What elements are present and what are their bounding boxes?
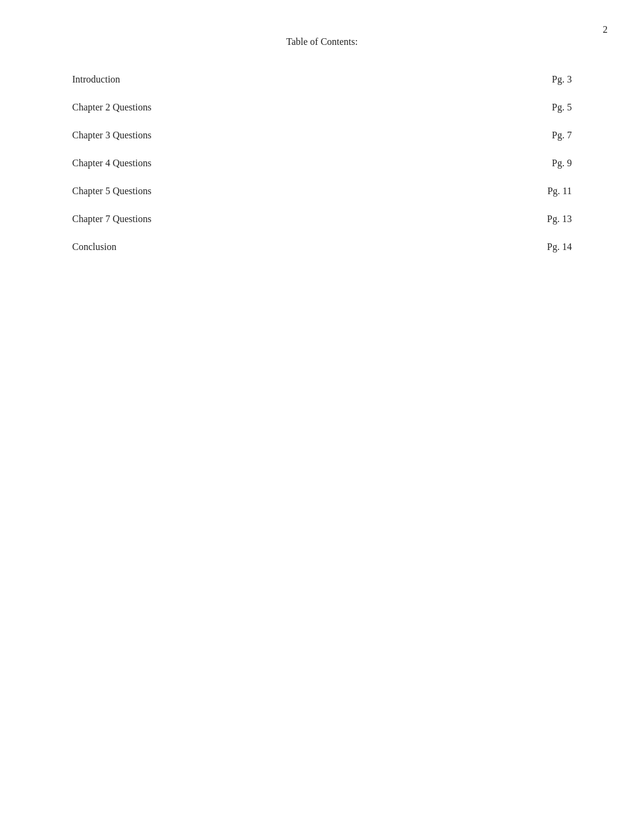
toc-table: IntroductionPg. 3Chapter 2 QuestionsPg. …: [72, 66, 572, 261]
toc-title: Table of Contents:: [72, 36, 572, 47]
toc-entry-page: Pg. 13: [453, 205, 572, 233]
toc-entry-label: Chapter 5 Questions: [72, 177, 453, 205]
toc-entry-label: Chapter 7 Questions: [72, 205, 453, 233]
document-page: 2 Table of Contents: IntroductionPg. 3Ch…: [0, 0, 644, 835]
toc-entry-label: Chapter 3 Questions: [72, 121, 453, 149]
toc-entry-page: Pg. 5: [453, 93, 572, 121]
toc-row: IntroductionPg. 3: [72, 66, 572, 93]
toc-entry-page: Pg. 7: [453, 121, 572, 149]
toc-row: Chapter 7 QuestionsPg. 13: [72, 205, 572, 233]
toc-row: Chapter 4 QuestionsPg. 9: [72, 149, 572, 177]
toc-row: Chapter 3 QuestionsPg. 7: [72, 121, 572, 149]
toc-entry-label: Chapter 4 Questions: [72, 149, 453, 177]
toc-entry-label: Introduction: [72, 66, 453, 93]
toc-entry-page: Pg. 14: [453, 233, 572, 261]
toc-row: Chapter 5 QuestionsPg. 11: [72, 177, 572, 205]
toc-row: Chapter 2 QuestionsPg. 5: [72, 93, 572, 121]
toc-entry-page: Pg. 9: [453, 149, 572, 177]
page-number: 2: [603, 24, 608, 35]
toc-row: ConclusionPg. 14: [72, 233, 572, 261]
toc-entry-label: Chapter 2 Questions: [72, 93, 453, 121]
toc-entry-page: Pg. 3: [453, 66, 572, 93]
toc-entry-label: Conclusion: [72, 233, 453, 261]
toc-entry-page: Pg. 11: [453, 177, 572, 205]
